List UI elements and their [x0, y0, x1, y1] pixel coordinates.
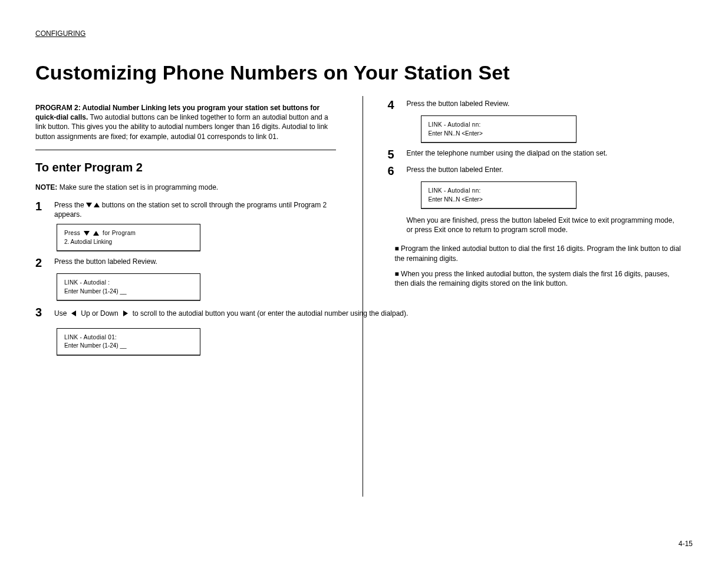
horizontal-rule: [35, 150, 336, 150]
step-5-number: 5: [388, 148, 402, 160]
display-box-autodial-nn-1: LINK - Autodial nn: Enter NN..N <Enter>: [421, 115, 577, 143]
display-line-1: LINK - Autodial :: [64, 279, 194, 287]
step-5: 5 Enter the telephone number using the d…: [388, 148, 693, 160]
display-box-enter-number: LINK - Autodial : Enter Number (1-24) __: [57, 273, 200, 300]
display-box-autodial-nn-2: LINK - Autodial nn: Enter NN..N <Enter>: [421, 181, 577, 209]
intro-paragraph: PROGRAM 2: Autodial Number Linking lets …: [35, 103, 336, 141]
step-4: 4 Press the button labeled Review.: [388, 99, 693, 111]
info-bullet-2: ■ When you press the linked autodial but…: [395, 269, 684, 288]
step-1-number: 1: [35, 200, 50, 219]
step-6: 6 Press the button labeled Enter.: [388, 165, 693, 177]
right-arrow-icon: [123, 310, 128, 316]
display-line-2: Enter NN..N <Enter>: [429, 196, 570, 204]
step-1-body: Press the buttons on the station set to …: [54, 200, 336, 219]
finish-paragraph: When you are finished, press the button …: [407, 216, 678, 234]
step-1: 1 Press the buttons on the station set t…: [35, 200, 336, 219]
display-line-1: LINK - Autodial 01:: [64, 333, 194, 342]
display-line-2: Enter NN..N <Enter>: [429, 130, 570, 138]
step-3-number: 3: [35, 306, 50, 323]
up-arrow-icon: [94, 203, 100, 207]
display-line-1: Press for Program: [64, 229, 194, 237]
display-line-2: 2. Autodial Linking: [64, 238, 194, 246]
step-6-number: 6: [388, 165, 402, 177]
note-text: Make sure the station set is in programm…: [57, 183, 218, 191]
display-line-2: Enter Number (1-24) __: [64, 342, 194, 350]
step-4-body: Press the button labeled Review.: [407, 99, 693, 111]
up-arrow-icon: [93, 231, 99, 236]
step-3-body: Use Up or Down to scroll to the autodial…: [54, 306, 408, 323]
display-box-program-2: Press for Program 2. Autodial Linking: [57, 224, 200, 251]
step-4-number: 4: [388, 99, 402, 111]
down-arrow-icon: [86, 203, 92, 207]
step-3: 3 Use Up or Down to scroll to the autodi…: [35, 306, 336, 323]
page-number: 4-15: [678, 540, 693, 548]
left-column: PROGRAM 2: Autodial Number Linking lets …: [35, 96, 345, 497]
step-2-number: 2: [35, 257, 50, 269]
note-label: NOTE:: [35, 183, 57, 191]
page-title: Customizing Phone Numbers on Your Statio…: [35, 61, 693, 84]
info-bullet-1: ■ Program the linked autodial button to …: [395, 244, 684, 263]
note: NOTE: Make sure the station set is in pr…: [35, 183, 336, 192]
column-divider: [363, 96, 363, 497]
step-2-body: Press the button labeled Review.: [54, 257, 336, 269]
display-line-2: Enter Number (1-24) __: [64, 287, 194, 296]
section-label: CONFIGURING: [35, 29, 693, 38]
display-box-autodial-01: LINK - Autodial 01: Enter Number (1-24) …: [57, 328, 200, 355]
down-arrow-icon: [84, 231, 90, 236]
step-5-body: Enter the telephone number using the dia…: [407, 148, 693, 160]
display-line-1: LINK - Autodial nn:: [429, 121, 570, 129]
left-arrow-icon: [71, 310, 76, 316]
subheading-enter-program-2: To enter Program 2: [35, 160, 336, 176]
step-6-body: Press the button labeled Enter.: [407, 165, 693, 177]
step-2: 2 Press the button labeled Review.: [35, 257, 336, 269]
right-column: 4 Press the button labeled Review. LINK …: [379, 96, 693, 497]
display-line-1: LINK - Autodial nn:: [429, 187, 570, 195]
